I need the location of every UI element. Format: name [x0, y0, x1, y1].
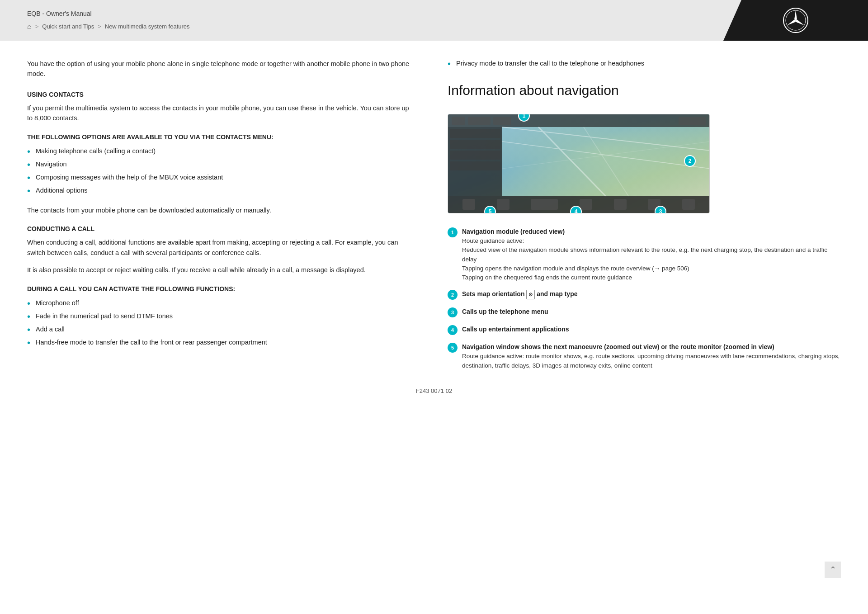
toolbar-btn-5 [614, 199, 627, 210]
breadcrumb-current: New multimedia system features [105, 22, 190, 31]
nav-desc-text: Calls up the telephone menu [462, 307, 841, 316]
during-call-bullet-list: •Microphone off•Fade in the numerical pa… [27, 298, 411, 348]
nav-desc-title: Calls up entertainment applications [462, 326, 569, 333]
mercedes-star-icon [782, 7, 809, 34]
list-item: •Microphone off [27, 298, 411, 309]
nav-desc-text: Sets map orientation ⊙ and map type [462, 289, 841, 299]
toolbar-btn-7 [682, 199, 695, 210]
nav-num-badge: 4 [448, 325, 458, 335]
nav-desc-title: Navigation module (reduced view) [462, 228, 565, 235]
doc-id: F243 0071 02 [416, 387, 452, 394]
list-item: •Making telephone calls (calling a conta… [27, 146, 411, 157]
during-call-heading: DURING A CALL YOU CAN ACTIVATE THE FOLLO… [27, 284, 411, 294]
home-icon[interactable]: ⌂ [27, 21, 32, 32]
conducting-call-heading: CONDUCTING A CALL [27, 224, 411, 234]
header: EQB - Owner's Manual ⌂ > Quick start and… [0, 0, 868, 41]
nav-desc-item: 5Navigation window shows the next manoeu… [448, 342, 841, 370]
left-column: You have the option of using your mobile… [27, 59, 420, 378]
privacy-bullet: • Privacy mode to transfer the call to t… [448, 59, 841, 69]
bullet-dot: • [27, 311, 30, 322]
bullet-dot: • [27, 324, 30, 335]
nav-image-container: 1 2 3 4 5 [448, 114, 710, 213]
toolbar-btn-2 [497, 199, 509, 210]
footer: F243 0071 02 [27, 378, 841, 405]
list-item: •Navigation [27, 160, 411, 170]
nav-desc-text: Navigation module (reduced view)Route gu… [462, 227, 841, 282]
bullet-dot: • [27, 172, 30, 183]
nav-desc-text: Navigation window shows the next manoeuv… [462, 342, 841, 370]
scroll-up-button[interactable]: ⌃ [825, 562, 841, 578]
svg-line-6 [584, 127, 629, 197]
waiting-calls-text: It is also possible to accept or reject … [27, 265, 411, 275]
nav-num-badge: 3 [448, 307, 458, 317]
contacts-bullet-list: •Making telephone calls (calling a conta… [27, 146, 411, 196]
callout-2: 2 [684, 155, 696, 167]
using-contacts-text: If you permit the multimedia system to a… [27, 103, 411, 123]
breadcrumb-sep-2: > [98, 22, 101, 31]
bullet-dot: • [27, 185, 30, 196]
bullet-dot: • [27, 298, 30, 309]
contacts-menu-heading: THE FOLLOWING OPTIONS ARE AVAILABLE TO Y… [27, 132, 411, 142]
logo-area [723, 0, 868, 41]
toolbar-btn-1 [462, 199, 475, 210]
nav-desc-sub: Tapping on the chequered flag ends the c… [462, 273, 841, 282]
list-item: •Composing messages with the help of the… [27, 173, 411, 183]
nav-desc-sub: Tapping opens the navigation module and … [462, 264, 841, 273]
nav-desc-title: Navigation window shows the next manoeuv… [462, 343, 774, 350]
nav-desc-item: 3Calls up the telephone menu [448, 307, 841, 317]
two-column-layout: You have the option of using your mobile… [27, 59, 841, 378]
inline-icon: ⊙ [526, 290, 535, 299]
header-left: EQB - Owner's Manual ⌂ > Quick start and… [27, 9, 190, 32]
using-contacts-heading: USING CONTACTS [27, 90, 411, 99]
list-item: •Add a call [27, 325, 411, 335]
conducting-call-text: When conducting a call, additional funct… [27, 237, 411, 258]
nav-desc-item: 2Sets map orientation ⊙ and map type [448, 289, 841, 300]
nav-num-badge: 2 [448, 290, 458, 300]
nav-desc-list: 1Navigation module (reduced view)Route g… [448, 227, 841, 370]
list-item: •Hands-free mode to transfer the call to… [27, 338, 411, 348]
nav-screen-mock: 1 2 3 4 5 [448, 114, 710, 213]
breadcrumb-sep-1: > [35, 22, 39, 31]
nav-desc-item: 4Calls up entertainment applications [448, 325, 841, 335]
toolbar-btn-3 [531, 199, 558, 210]
bullet-dot: • [27, 146, 30, 157]
privacy-bullet-dot: • [448, 58, 451, 69]
list-item: •Fade in the numerical pad to send DTMF … [27, 312, 411, 322]
nav-num-badge: 5 [448, 343, 458, 353]
nav-desc-sub: Reduced view of the navigation module sh… [462, 246, 841, 264]
toolbar-btn-4 [580, 199, 592, 210]
nav-desc-text: Calls up entertainment applications [462, 325, 841, 334]
nav-desc-title: Calls up the telephone menu [462, 308, 548, 315]
breadcrumb-quick-start[interactable]: Quick start and Tips [42, 22, 94, 31]
breadcrumb: ⌂ > Quick start and Tips > New multimedi… [27, 21, 190, 32]
right-column: • Privacy mode to transfer the call to t… [448, 59, 841, 378]
download-text: The contacts from your mobile phone can … [27, 205, 411, 215]
intro-text: You have the option of using your mobile… [27, 59, 411, 79]
nav-desc-item: 1Navigation module (reduced view)Route g… [448, 227, 841, 282]
nav-desc-title: Sets map orientation ⊙ and map type [462, 290, 578, 298]
nav-desc-sub: Route guidance active: [462, 236, 841, 246]
bullet-dot: • [27, 159, 30, 170]
page-wrapper: You have the option of using your mobile… [0, 41, 868, 614]
bullet-dot: • [27, 337, 30, 348]
svg-line-2 [502, 127, 709, 151]
list-item: •Additional options [27, 186, 411, 196]
nav-section-title: Information about navigation [448, 80, 841, 100]
privacy-text: Privacy mode to transfer the call to the… [456, 59, 644, 69]
nav-desc-sub: Route guidance active: route monitor sho… [462, 352, 841, 370]
manual-title: EQB - Owner's Manual [27, 9, 190, 19]
nav-num-badge: 1 [448, 227, 458, 237]
